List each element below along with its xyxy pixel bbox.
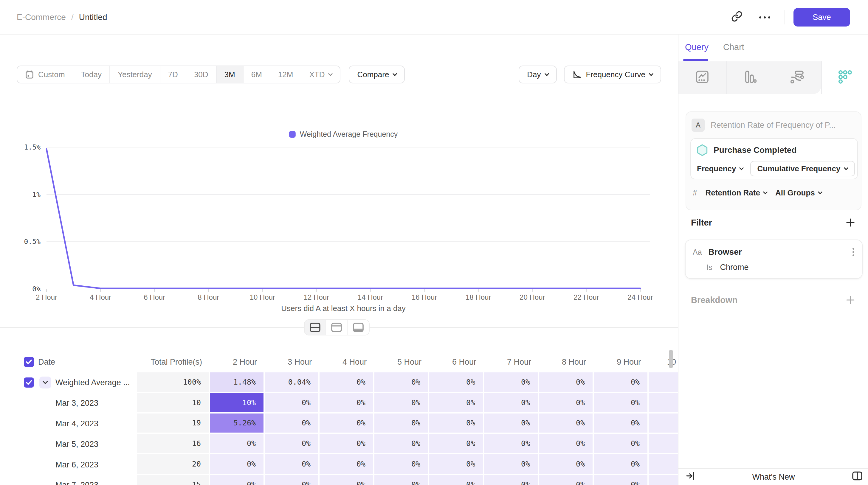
- chart-type-bar-button[interactable]: [726, 61, 774, 94]
- filter-property-row: Aa Browser: [693, 246, 856, 258]
- value-cell[interactable]: 0%: [319, 414, 374, 434]
- total-profiles-cell: 16: [137, 434, 210, 454]
- table-vertical-scrollbar[interactable]: [669, 350, 673, 368]
- value-cell[interactable]: 0%: [649, 434, 678, 454]
- value-cell[interactable]: 0%: [374, 434, 429, 454]
- value-cell[interactable]: 0%: [265, 434, 319, 454]
- breadcrumb-project[interactable]: E-Commerce: [17, 12, 66, 22]
- chart-type-insights-button[interactable]: [678, 61, 726, 94]
- value-cell[interactable]: 0%: [539, 475, 594, 485]
- value-cell[interactable]: 10%: [210, 393, 265, 414]
- query-title[interactable]: Retention Rate of Frequency of P...: [711, 121, 836, 130]
- layout-split-rows-button[interactable]: [305, 320, 326, 335]
- value-cell[interactable]: 0%: [374, 373, 429, 393]
- save-button[interactable]: Save: [794, 8, 850, 27]
- value-cell[interactable]: 0%: [429, 454, 484, 475]
- summary-table-row: Weighted Average ...100%1.48%0.04%0%0%0%…: [0, 373, 678, 393]
- x-tick-label: 24 Hour: [616, 293, 664, 301]
- value-cell[interactable]: 0%: [484, 434, 539, 454]
- measure-dropdown[interactable]: Retention Rate: [705, 188, 767, 197]
- tab-query[interactable]: Query: [685, 35, 709, 60]
- filter-value[interactable]: Chrome: [720, 263, 748, 272]
- value-cell[interactable]: 0%: [374, 393, 429, 414]
- value-cell[interactable]: 0%: [429, 373, 484, 393]
- value-cell[interactable]: 0%: [374, 454, 429, 475]
- layout-panel-bottom-button[interactable]: [347, 320, 369, 335]
- value-cell[interactable]: 0%: [210, 475, 265, 485]
- split-view-button[interactable]: [849, 469, 865, 485]
- value-cell[interactable]: 0%: [649, 475, 678, 485]
- value-cell[interactable]: 0%: [265, 393, 319, 414]
- filter-property-name: Browser: [709, 247, 742, 257]
- breadcrumb-report-name[interactable]: Untitled: [79, 12, 107, 22]
- value-cell[interactable]: 0%: [210, 434, 265, 454]
- value-cell[interactable]: 0%: [539, 454, 594, 475]
- y-tick-label: 0%: [7, 285, 40, 293]
- expand-row-button[interactable]: [39, 377, 51, 388]
- whats-new-link[interactable]: What's New: [752, 473, 795, 482]
- value-cell[interactable]: 0%: [484, 454, 539, 475]
- value-cell[interactable]: 0%: [319, 454, 374, 475]
- chart-type-retention-button[interactable]: [821, 61, 868, 94]
- groups-dropdown[interactable]: All Groups: [775, 188, 822, 197]
- cumulative-frequency-dropdown[interactable]: Cumulative Frequency: [750, 161, 855, 176]
- layout-panel-top-button[interactable]: [326, 320, 347, 335]
- tab-chart[interactable]: Chart: [723, 35, 744, 60]
- value-cell[interactable]: 0%: [594, 393, 649, 414]
- value-cell[interactable]: 1.48%: [210, 373, 265, 393]
- column-header: 3 Hour: [265, 352, 319, 373]
- value-cell[interactable]: 0%: [594, 475, 649, 485]
- add-breakdown-button[interactable]: [845, 294, 856, 306]
- value-cell[interactable]: 0%: [429, 393, 484, 414]
- collapse-panel-button[interactable]: [683, 469, 698, 485]
- value-cell[interactable]: 0%: [319, 475, 374, 485]
- value-cell[interactable]: 0%: [210, 454, 265, 475]
- add-filter-button[interactable]: [845, 217, 856, 228]
- value-cell[interactable]: 5.26%: [210, 414, 265, 434]
- value-cell[interactable]: 0%: [429, 414, 484, 434]
- value-cell[interactable]: 0%: [649, 414, 678, 434]
- filter-operator[interactable]: Is: [707, 263, 712, 272]
- filter-options-button[interactable]: [851, 246, 856, 258]
- value-cell[interactable]: 0%: [594, 454, 649, 475]
- measure-dropdown-label: Retention Rate: [705, 188, 760, 197]
- value-cell[interactable]: 0%: [649, 393, 678, 414]
- value-cell[interactable]: 0%: [539, 373, 594, 393]
- value-cell[interactable]: 0%: [265, 475, 319, 485]
- row-checkbox[interactable]: [24, 378, 34, 388]
- value-cell[interactable]: 0%: [594, 414, 649, 434]
- value-cell[interactable]: 0%: [539, 414, 594, 434]
- value-cell[interactable]: 0%: [319, 373, 374, 393]
- value-cell[interactable]: 0%: [265, 414, 319, 434]
- value-cell[interactable]: 0%: [374, 475, 429, 485]
- value-cell[interactable]: 0%: [319, 393, 374, 414]
- value-cell[interactable]: 0%: [539, 393, 594, 414]
- chart-type-flows-button[interactable]: [774, 61, 821, 94]
- value-cell[interactable]: 0.04%: [265, 373, 319, 393]
- column-header: Total Profile(s): [137, 352, 210, 373]
- value-cell[interactable]: 0%: [484, 373, 539, 393]
- copy-link-button[interactable]: [729, 8, 745, 27]
- value-cell[interactable]: 0%: [374, 414, 429, 434]
- frequency-dropdown[interactable]: Frequency: [697, 164, 743, 173]
- value-cell[interactable]: 0%: [594, 434, 649, 454]
- value-cell[interactable]: 0%: [484, 414, 539, 434]
- value-cell[interactable]: 0%: [594, 373, 649, 393]
- value-cell[interactable]: 0%: [319, 434, 374, 454]
- filter-card[interactable]: Aa Browser Is Chrome: [685, 239, 863, 279]
- table-row: Mar 4, 2023195.26%0%0%0%0%0%0%0%0%: [0, 414, 678, 434]
- value-cell[interactable]: 0%: [429, 434, 484, 454]
- value-cell[interactable]: 0%: [265, 454, 319, 475]
- select-all-checkbox[interactable]: [24, 357, 34, 367]
- chart-legend[interactable]: Weighted Average Frequency: [289, 130, 398, 138]
- value-cell[interactable]: 0%: [484, 393, 539, 414]
- date-cell: Mar 7, 2023: [0, 475, 137, 485]
- value-cell[interactable]: 0%: [539, 434, 594, 454]
- event-card[interactable]: Purchase Completed Frequency Cumulative …: [690, 138, 858, 179]
- more-options-button[interactable]: [757, 14, 773, 21]
- total-profiles-cell: 100%: [137, 373, 210, 393]
- value-cell[interactable]: 0%: [649, 373, 678, 393]
- value-cell[interactable]: 0%: [484, 475, 539, 485]
- value-cell[interactable]: 0%: [429, 475, 484, 485]
- value-cell[interactable]: 0%: [649, 454, 678, 475]
